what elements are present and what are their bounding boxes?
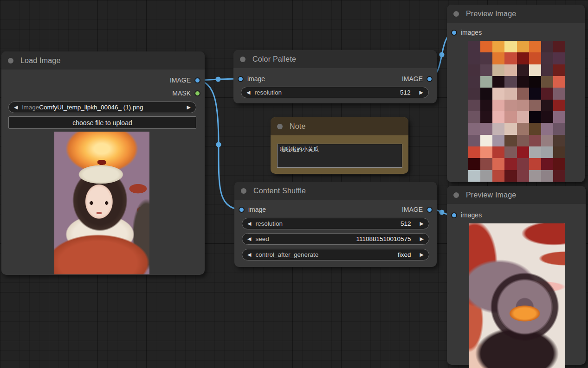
mosaic-cell: [553, 123, 565, 134]
input-dot-icon[interactable]: [451, 212, 457, 218]
node-titlebar[interactable]: Note: [271, 117, 408, 135]
mosaic-cell: [541, 88, 553, 99]
input-label: image: [248, 206, 266, 213]
node-titlebar[interactable]: Preview Image: [447, 5, 585, 23]
mosaic-cell: [541, 41, 553, 52]
input-slot-image[interactable]: image: [239, 205, 266, 214]
output-dot-icon[interactable]: [426, 207, 433, 213]
collapse-dot-icon[interactable]: [241, 188, 246, 194]
node-titlebar[interactable]: Preview Image: [447, 186, 586, 204]
input-dot-icon[interactable]: [451, 30, 457, 36]
input-slot-image[interactable]: image: [238, 74, 265, 83]
mosaic-cell: [468, 88, 480, 99]
node-content-shuffle[interactable]: Content Shuffle image IMAGE ◀ resolution…: [234, 182, 437, 267]
mosaic-cell: [468, 135, 480, 146]
mosaic-cell: [504, 170, 517, 182]
decrement-icon[interactable]: ◀: [247, 221, 251, 226]
mosaic-cell: [468, 52, 480, 64]
mosaic-cell: [480, 135, 492, 146]
input-label: image: [247, 75, 265, 82]
mosaic-cell: [492, 111, 504, 123]
output-dot-icon[interactable]: [426, 76, 433, 82]
mosaic-cell: [529, 111, 541, 123]
input-dot-icon[interactable]: [238, 76, 244, 82]
node-titlebar[interactable]: Load Image: [1, 51, 205, 70]
link-reroute-dot[interactable]: [216, 77, 221, 82]
mosaic-cell: [504, 52, 517, 64]
mosaic-cell: [553, 41, 565, 52]
note-textarea[interactable]: 啦啦啦的小黄瓜: [277, 144, 402, 168]
output-dot-icon[interactable]: [194, 90, 200, 96]
next-value-icon[interactable]: ▶: [187, 105, 191, 110]
output-slot-mask[interactable]: MASK: [172, 89, 200, 98]
mosaic-cell: [553, 100, 565, 111]
collapse-dot-icon[interactable]: [240, 57, 246, 62]
image-file-combo-widget[interactable]: ◀ image ComfyUI_temp_lipkh_00046_ (1).pn…: [8, 102, 196, 113]
increment-icon[interactable]: ▶: [420, 221, 424, 226]
mosaic-cell: [553, 52, 565, 64]
mosaic-cell: [529, 100, 541, 111]
node-preview-image-top[interactable]: Preview Image images: [447, 5, 585, 182]
node-color-pallete[interactable]: Color Pallete image IMAGE ◀ resolution 5…: [233, 50, 437, 103]
input-slot-images[interactable]: images: [451, 28, 482, 37]
mosaic-cell: [553, 158, 565, 170]
mosaic-cell: [468, 170, 480, 182]
collapse-dot-icon[interactable]: [453, 11, 459, 17]
input-dot-icon[interactable]: [239, 207, 245, 213]
mosaic-cell: [517, 88, 529, 99]
decrement-icon[interactable]: ◀: [247, 236, 251, 241]
collapse-dot-icon[interactable]: [453, 192, 459, 198]
widget-value: 512: [401, 220, 411, 227]
widget-value: fixed: [398, 251, 411, 258]
mosaic-cell: [492, 76, 504, 88]
mosaic-cell: [517, 64, 529, 76]
input-slot-images[interactable]: images: [451, 210, 482, 220]
mosaic-cell: [492, 64, 504, 76]
node-load-image[interactable]: Load Image IMAGE MASK ◀ image ComfyUI_te…: [1, 51, 205, 275]
mosaic-cell: [553, 170, 565, 182]
node-titlebar[interactable]: Content Shuffle: [234, 182, 437, 200]
resolution-widget[interactable]: ◀ resolution 512 ▶: [241, 87, 429, 98]
mosaic-cell: [529, 88, 541, 99]
output-slot-image[interactable]: IMAGE: [170, 76, 200, 85]
control-after-generate-widget[interactable]: ◀ control_after_generate fixed ▶: [242, 249, 429, 260]
link-reroute-dot[interactable]: [216, 142, 221, 147]
output-label: IMAGE: [402, 206, 423, 213]
increment-icon[interactable]: ▶: [420, 236, 424, 241]
prev-value-icon[interactable]: ◀: [14, 105, 18, 110]
resolution-widget[interactable]: ◀ resolution 512 ▶: [242, 218, 429, 229]
node-preview-image-bottom[interactable]: Preview Image images: [447, 186, 586, 365]
prev-value-icon[interactable]: ◀: [247, 252, 251, 257]
loaded-image-preview: [54, 132, 149, 274]
collapse-dot-icon[interactable]: [277, 124, 283, 129]
output-slot-image[interactable]: IMAGE: [402, 205, 433, 214]
mosaic-cell: [541, 146, 553, 158]
mosaic-cell: [553, 135, 565, 146]
output-slot-image[interactable]: IMAGE: [402, 74, 433, 83]
link-reroute-dot[interactable]: [439, 210, 445, 215]
mosaic-cell: [480, 158, 492, 170]
widget-value: 1110881510010575: [356, 235, 411, 242]
output-dot-icon[interactable]: [194, 77, 200, 83]
mosaic-cell: [517, 41, 529, 52]
node-graph-canvas[interactable]: { "colors": { "wire": "#5aa7e0", "slot_b…: [0, 0, 588, 368]
decrement-icon[interactable]: ◀: [246, 90, 250, 95]
seed-widget[interactable]: ◀ seed 1110881510010575 ▶: [242, 233, 429, 245]
mosaic-cell: [517, 135, 529, 146]
mosaic-cell: [504, 64, 517, 76]
choose-file-button[interactable]: choose file to upload: [8, 116, 196, 129]
output-label: IMAGE: [402, 75, 423, 82]
next-value-icon[interactable]: ▶: [420, 252, 424, 257]
node-titlebar[interactable]: Color Pallete: [233, 50, 437, 68]
mosaic-cell: [480, 88, 492, 99]
increment-icon[interactable]: ▶: [420, 90, 423, 95]
mosaic-cell: [480, 111, 492, 123]
link-reroute-dot[interactable]: [439, 52, 445, 57]
node-note[interactable]: Note 啦啦啦的小黄瓜: [271, 117, 408, 174]
mosaic-cell: [480, 64, 492, 76]
mosaic-cell: [529, 170, 541, 182]
mosaic-cell: [468, 123, 480, 134]
mosaic-cell: [492, 88, 504, 99]
collapse-dot-icon[interactable]: [8, 58, 13, 63]
mosaic-cell: [517, 170, 529, 182]
